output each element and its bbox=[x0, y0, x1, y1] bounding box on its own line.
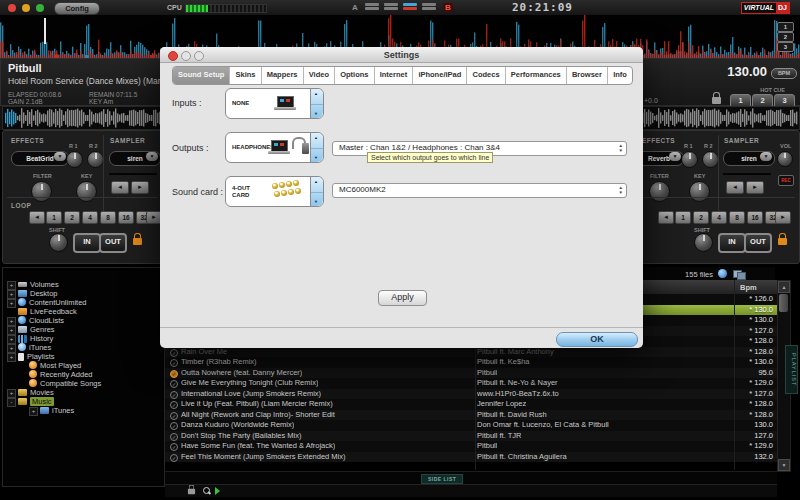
search-icon[interactable] bbox=[203, 487, 210, 494]
scrollbar-thumb[interactable] bbox=[779, 294, 788, 312]
table-row[interactable]: ✓Rain Over MePitbull ft. Marc Anthony* 1… bbox=[165, 347, 777, 358]
loop-8-button[interactable]: 8 bbox=[100, 211, 116, 224]
table-row[interactable]: ✓Timber (R3hab Remix)Pitbull ft. Ke$ha* … bbox=[165, 357, 777, 368]
tab-video[interactable]: Video bbox=[304, 67, 335, 84]
tab-skins[interactable]: Skins bbox=[230, 67, 261, 84]
table-row[interactable]: ✓International Love (Jump Smokers Remix)… bbox=[165, 389, 777, 400]
soundcard-picker[interactable]: 4-OUT CARD bbox=[225, 176, 324, 207]
sample-prev-button[interactable]: ◄ bbox=[726, 181, 744, 194]
effect-select-arrow[interactable]: ▼ bbox=[11, 151, 67, 164]
outputs-picker[interactable]: HEADPHONES bbox=[225, 132, 324, 163]
dialog-title-bar[interactable]: Settings bbox=[160, 47, 643, 63]
zoom-window-icon[interactable] bbox=[36, 4, 44, 12]
side-list-tab[interactable]: SIDE LIST bbox=[421, 474, 463, 484]
playlist-side-tab[interactable]: PLAYLIST bbox=[785, 345, 798, 394]
sidebar-item-desktop[interactable]: +Desktop bbox=[7, 289, 58, 298]
wave-zoom-3-button[interactable]: 3 bbox=[777, 42, 794, 52]
loop-4-button[interactable]: 4 bbox=[711, 211, 727, 224]
wave-zoom-2-button[interactable]: 2 bbox=[777, 32, 794, 42]
deck-b-lock-icon[interactable] bbox=[712, 97, 721, 104]
close-window-icon[interactable] bbox=[8, 4, 16, 12]
sidebar-item-itunes[interactable]: +iTunes bbox=[29, 406, 74, 415]
soundcard-device-select[interactable]: MC6000MK2 ▲▼ bbox=[332, 183, 627, 198]
inputs-stepper[interactable] bbox=[310, 89, 323, 118]
table-row[interactable]: ✓Outta Nowhere (feat. Danny Mercer)Pitbu… bbox=[165, 368, 777, 379]
sidebar-item-recently-added[interactable]: Recently Added bbox=[18, 370, 93, 379]
expand-icon[interactable]: + bbox=[7, 353, 16, 362]
effect-r2-knob[interactable] bbox=[87, 151, 104, 168]
tab-mappers[interactable]: Mappers bbox=[262, 67, 304, 84]
sidebar-item-cloudlists[interactable]: +CloudLists bbox=[7, 316, 64, 325]
sidebar-item-playlists[interactable]: +Playlists bbox=[7, 352, 55, 361]
loop-shift-knob[interactable] bbox=[49, 233, 68, 252]
effect-r1-knob[interactable] bbox=[66, 151, 83, 168]
tab-iphone-ipad[interactable]: iPhone/iPad bbox=[413, 67, 467, 84]
layout-button-4[interactable] bbox=[421, 2, 437, 13]
sidebar-item-movies[interactable]: +Movies bbox=[7, 388, 54, 397]
sidebar-item-volumes[interactable]: +Volumes bbox=[7, 280, 59, 289]
loop-double-button[interactable]: ► bbox=[775, 211, 791, 224]
effect-r1-knob[interactable] bbox=[681, 151, 698, 168]
deck-b-song-waveform[interactable] bbox=[639, 106, 800, 130]
sample-next-button[interactable]: ► bbox=[131, 181, 149, 194]
table-row[interactable]: ✓Give Me Everything Tonight (Club Remix)… bbox=[165, 378, 777, 389]
ok-button[interactable]: OK bbox=[556, 332, 638, 347]
sample-next-button[interactable]: ► bbox=[746, 181, 764, 194]
config-button[interactable]: Config bbox=[54, 2, 100, 15]
loop-out-button[interactable]: OUT bbox=[99, 233, 127, 253]
table-row[interactable]: ✓All Night (Rework and Clap Intro)- Shor… bbox=[165, 410, 777, 421]
loop-16-button[interactable]: 16 bbox=[118, 211, 134, 224]
tab-performances[interactable]: Performances bbox=[506, 67, 567, 84]
loop-2-button[interactable]: 2 bbox=[64, 211, 80, 224]
deck-a-song-waveform[interactable] bbox=[2, 106, 163, 130]
table-row[interactable]: ✓Have Some Fun (feat. The Wanted & Afroj… bbox=[165, 441, 777, 452]
collapse-icon[interactable]: - bbox=[7, 398, 16, 407]
tab-internet[interactable]: Internet bbox=[375, 67, 414, 84]
sidebar-item-music[interactable]: -Music bbox=[7, 397, 54, 406]
tab-codecs[interactable]: Codecs bbox=[467, 67, 505, 84]
tab-options[interactable]: Options bbox=[335, 67, 375, 84]
sampler-rec-button[interactable]: REC bbox=[778, 175, 794, 186]
loop-lock-icon[interactable] bbox=[778, 238, 787, 245]
sidebar-item-compatible-songs[interactable]: Compatible Songs bbox=[18, 379, 101, 388]
sidebar-item-livefeedback[interactable]: LiveFeedback bbox=[7, 307, 77, 316]
netsearch-globe-icon[interactable] bbox=[718, 269, 727, 278]
loop-out-button[interactable]: OUT bbox=[744, 233, 772, 253]
loop-1-button[interactable]: 1 bbox=[675, 211, 691, 224]
layout-button-1[interactable] bbox=[364, 2, 380, 13]
browser-lock-icon[interactable] bbox=[188, 489, 195, 495]
table-row[interactable]: ✓Danza Kuduro (Worldwide Remix)Don Omar … bbox=[165, 420, 777, 431]
effect-r2-knob[interactable] bbox=[702, 151, 719, 168]
soundcard-stepper[interactable] bbox=[310, 177, 323, 206]
loop-lock-icon[interactable] bbox=[133, 238, 142, 245]
layout-button-3-active[interactable] bbox=[402, 2, 418, 13]
sample-prev-button[interactable]: ◄ bbox=[111, 181, 129, 194]
table-row[interactable]: ✓Don't Stop The Party (Bailables Mix)Pit… bbox=[165, 431, 777, 442]
scroll-up-icon[interactable]: ▲ bbox=[778, 281, 790, 293]
network-screens-icon[interactable] bbox=[733, 270, 745, 278]
tab-browser[interactable]: Browser bbox=[567, 67, 608, 84]
deck-b-bpm-button[interactable]: BPM bbox=[771, 68, 797, 79]
tab-info[interactable]: Info bbox=[608, 67, 632, 84]
loop-2-button[interactable]: 2 bbox=[693, 211, 709, 224]
apply-button[interactable]: Apply bbox=[378, 290, 427, 306]
inputs-picker[interactable]: NONE bbox=[225, 88, 324, 119]
loop-8-button[interactable]: 8 bbox=[729, 211, 745, 224]
loop-4-button[interactable]: 4 bbox=[82, 211, 98, 224]
sidebar-item-contentunlimited[interactable]: +ContentUnlimited bbox=[7, 298, 87, 307]
loop-in-button[interactable]: IN bbox=[718, 233, 746, 253]
filter-knob[interactable] bbox=[649, 181, 670, 202]
scroll-down-icon[interactable]: ▼ bbox=[778, 459, 790, 471]
wave-zoom-1-button[interactable]: 1 bbox=[777, 22, 794, 32]
layout-button-2[interactable] bbox=[383, 2, 399, 13]
loop-in-button[interactable]: IN bbox=[73, 233, 101, 253]
sidebar-item-most-played[interactable]: Most Played bbox=[18, 361, 81, 370]
sidebar-item-history[interactable]: +History bbox=[7, 334, 53, 343]
loop-half-button[interactable]: ◄ bbox=[29, 211, 45, 224]
outputs-stepper[interactable] bbox=[310, 133, 323, 162]
table-row[interactable]: ✓Live it Up (Feat. Pitbull) (Liam Mercie… bbox=[165, 399, 777, 410]
loop-16-button[interactable]: 16 bbox=[747, 211, 763, 224]
loop-shift-knob[interactable] bbox=[694, 233, 713, 252]
table-row[interactable]: ✓Feel This Moment (Jump Smokers Extended… bbox=[165, 452, 777, 463]
tab-sound-setup[interactable]: Sound Setup bbox=[173, 67, 230, 84]
